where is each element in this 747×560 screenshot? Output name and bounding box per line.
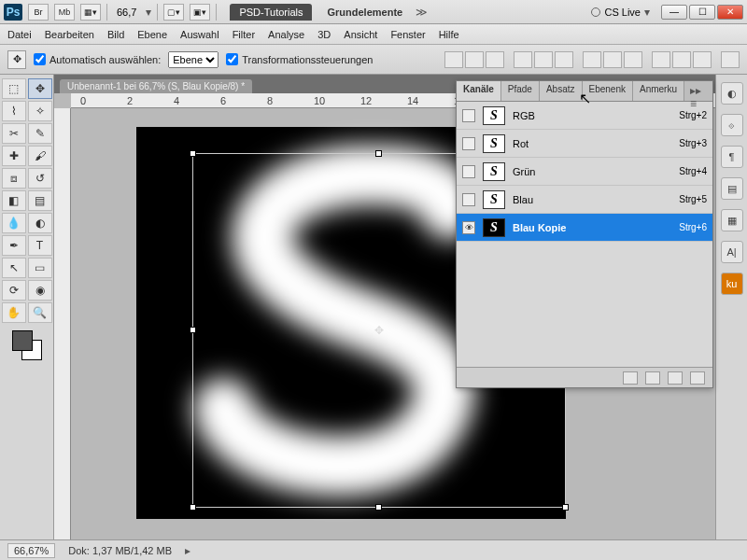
tab-kanaele[interactable]: Kanäle xyxy=(457,81,501,101)
tab-pfade[interactable]: Pfade xyxy=(501,81,540,101)
menu-fenster[interactable]: Fenster xyxy=(390,29,425,40)
ruler-vertical[interactable] xyxy=(54,108,71,539)
move-tool-icon[interactable]: ✥ xyxy=(7,50,26,69)
lasso-tool[interactable]: ⌇ xyxy=(2,101,26,121)
zoom-tool[interactable]: 🔍 xyxy=(28,302,52,323)
auto-select-dropdown[interactable]: Ebene xyxy=(168,51,218,68)
align-top[interactable] xyxy=(444,51,463,68)
camera-tool[interactable]: ◉ xyxy=(28,280,52,301)
eye-toggle[interactable] xyxy=(462,221,475,234)
eyedropper-tool[interactable]: ✎ xyxy=(28,123,52,144)
dist-top[interactable] xyxy=(583,51,601,68)
heal-tool[interactable]: ✚ xyxy=(2,146,26,166)
bridge-button[interactable]: Br xyxy=(28,4,49,21)
dock-layers-icon[interactable]: ▤ xyxy=(721,177,743,200)
menu-filter[interactable]: Filter xyxy=(233,29,255,40)
dock-kuler-icon[interactable]: ku xyxy=(721,273,743,295)
path-tool[interactable]: ↖ xyxy=(2,258,26,278)
crop-tool[interactable]: ✂ xyxy=(2,123,26,144)
minibridge-button[interactable]: Mb xyxy=(54,4,75,21)
align-right[interactable] xyxy=(555,51,573,68)
menu-bild[interactable]: Bild xyxy=(107,29,124,40)
arrange-button[interactable]: ▢▾ xyxy=(163,4,184,21)
menu-ansicht[interactable]: Ansicht xyxy=(344,29,377,40)
handle-b[interactable] xyxy=(375,504,382,511)
panel-more-icon[interactable]: ▸▸ ≡ xyxy=(684,81,712,101)
channel-blau[interactable]: S Blau Strg+5 xyxy=(457,186,712,214)
dist-right[interactable] xyxy=(693,51,712,68)
maximize-button[interactable]: ☐ xyxy=(689,5,715,20)
delete-channel-icon[interactable] xyxy=(690,371,705,385)
menu-auswahl[interactable]: Auswahl xyxy=(180,29,219,40)
channel-rgb[interactable]: S RGB Strg+2 xyxy=(457,102,712,130)
type-tool[interactable]: T xyxy=(28,235,52,256)
tab-ebenenkomp[interactable]: Ebenenk xyxy=(583,81,633,101)
zoom-level[interactable]: 66,7 xyxy=(113,7,140,18)
eye-toggle[interactable] xyxy=(462,193,475,206)
transform-center-icon[interactable]: ✥ xyxy=(374,325,385,336)
status-docsize[interactable]: Dok: 1,37 MB/1,42 MB xyxy=(68,545,172,556)
3d-tool[interactable]: ⟳ xyxy=(2,280,26,301)
transform-controls-checkbox[interactable]: Transformationssteuerungen xyxy=(226,53,373,65)
dock-adjust-icon[interactable]: ⟐ xyxy=(721,114,743,136)
screenmode-button[interactable]: ▣▾ xyxy=(190,4,210,21)
hand-tool[interactable]: ✋ xyxy=(2,302,26,323)
align-hcenter[interactable] xyxy=(534,51,553,68)
menu-ebene[interactable]: Ebene xyxy=(137,29,167,40)
dist-left[interactable] xyxy=(652,51,670,68)
channel-rot[interactable]: S Rot Strg+3 xyxy=(457,130,712,158)
align-vcenter[interactable] xyxy=(465,51,484,68)
history-dropdown-icon[interactable]: ▦▾ xyxy=(80,4,101,21)
blur-tool[interactable]: 💧 xyxy=(2,213,26,233)
channel-gruen[interactable]: S Grün Strg+4 xyxy=(457,158,712,186)
load-selection-icon[interactable] xyxy=(623,371,638,385)
save-selection-icon[interactable] xyxy=(645,371,660,385)
dodge-tool[interactable]: ◐ xyxy=(28,213,52,233)
handle-br[interactable] xyxy=(562,504,569,511)
close-button[interactable]: ✕ xyxy=(717,5,743,20)
more-workspaces-icon[interactable]: ≫ xyxy=(416,6,428,19)
handle-bl[interactable] xyxy=(190,504,196,511)
auto-select-checkbox[interactable]: Automatisch auswählen: xyxy=(34,53,161,65)
channel-empty-area[interactable] xyxy=(457,242,712,367)
menu-analyse[interactable]: Analyse xyxy=(268,29,304,40)
color-swatches[interactable] xyxy=(12,330,42,360)
brush-tool[interactable]: 🖌 xyxy=(28,146,52,166)
history-brush-tool[interactable]: ↺ xyxy=(28,168,52,189)
menu-hilfe[interactable]: Hilfe xyxy=(439,29,459,40)
dock-paragraph-icon[interactable]: ¶ xyxy=(721,146,743,168)
zoom-dropdown-icon[interactable]: ▾ xyxy=(146,6,151,19)
channel-blau-kopie[interactable]: S Blau Kopie Strg+6 xyxy=(457,214,712,242)
handle-l[interactable] xyxy=(190,327,196,333)
shape-tool[interactable]: ▭ xyxy=(28,258,52,278)
eye-toggle[interactable] xyxy=(462,109,475,122)
cs-live[interactable]: CS Live▾ xyxy=(591,6,650,19)
channels-panel[interactable]: Kanäle Pfade Absatz Ebenenk Anmerku ▸▸ ≡… xyxy=(456,80,713,388)
dist-hcenter[interactable] xyxy=(672,51,691,68)
dock-char-icon[interactable]: A| xyxy=(721,241,743,263)
handle-tl[interactable] xyxy=(190,150,196,157)
stamp-tool[interactable]: ⧈ xyxy=(2,168,26,189)
eye-toggle[interactable] xyxy=(462,137,475,150)
gradient-tool[interactable]: ▤ xyxy=(28,190,52,211)
dock-color-icon[interactable]: ◐ xyxy=(721,82,743,105)
menu-bearbeiten[interactable]: Bearbeiten xyxy=(45,29,94,40)
dock-swatches-icon[interactable]: ▦ xyxy=(721,209,743,231)
dist-bottom[interactable] xyxy=(624,51,642,68)
fg-color[interactable] xyxy=(12,330,33,351)
auto-align[interactable] xyxy=(721,51,740,68)
dist-vcenter[interactable] xyxy=(603,51,622,68)
move-tool[interactable]: ✥ xyxy=(28,78,52,99)
align-left[interactable] xyxy=(514,51,532,68)
menu-3d[interactable]: 3D xyxy=(317,29,331,40)
marquee-tool[interactable]: ⬚ xyxy=(2,78,26,99)
status-menu-icon[interactable]: ▸ xyxy=(185,544,190,557)
align-bottom[interactable] xyxy=(486,51,504,68)
eraser-tool[interactable]: ◧ xyxy=(2,190,26,211)
new-channel-icon[interactable] xyxy=(668,371,683,385)
document-tab[interactable]: Unbenannt-1 bei 66,7% (S, Blau Kopie/8) … xyxy=(60,79,252,93)
tab-absatz[interactable]: Absatz xyxy=(540,81,583,101)
status-zoom[interactable]: 66,67% xyxy=(7,543,55,558)
pen-tool[interactable]: ✒ xyxy=(2,235,26,256)
minimize-button[interactable]: — xyxy=(661,5,687,20)
